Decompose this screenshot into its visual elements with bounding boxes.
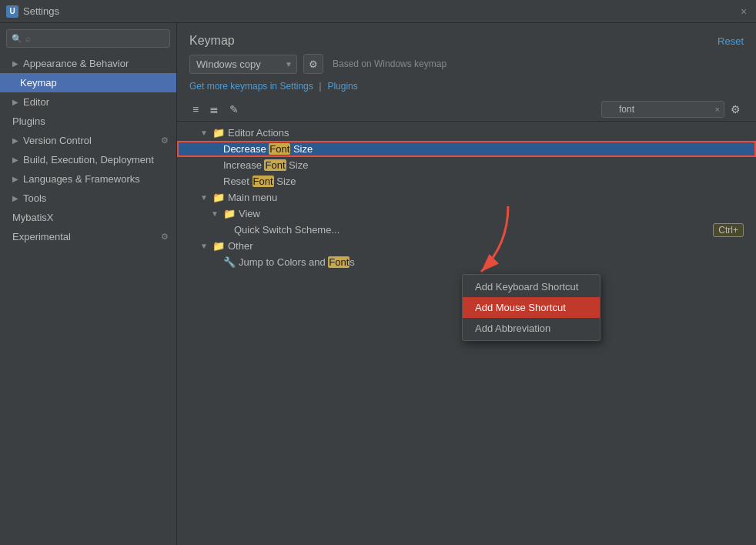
close-button[interactable]: ×: [738, 5, 750, 18]
pipe-separator: |: [319, 80, 321, 92]
tree-label-other: Other: [228, 240, 744, 252]
expand-arrow-build: ▶: [12, 155, 18, 164]
expand-all-button[interactable]: ≡: [189, 102, 202, 117]
search-tree-input[interactable]: [601, 101, 724, 118]
expand-icon-editor-actions: ▼: [200, 129, 211, 137]
expand-icon-view: ▼: [211, 209, 222, 218]
keymap-select[interactable]: Windows copy: [189, 55, 297, 74]
sidebar-search-box: 🔍: [6, 29, 170, 48]
tree-label-decrease-font: Decrease Font Size: [223, 143, 744, 155]
sidebar-item-label: Tools: [23, 192, 46, 204]
context-menu: Add Keyboard Shortcut Add Mouse Shortcut…: [462, 274, 600, 341]
keymap-header: Keymap Reset: [177, 23, 756, 54]
keymap-gear-button[interactable]: ⚙: [303, 54, 323, 74]
tree-item-quick-switch[interactable]: Quick Switch Scheme... Ctrl+: [177, 222, 756, 238]
expand-arrow-languages: ▶: [12, 175, 18, 183]
tree-label-view: View: [239, 208, 744, 219]
tree-item-jump-colors-fonts[interactable]: 🔧 Jump to Colors and Fonts: [177, 254, 756, 270]
sidebar-item-mybatisx[interactable]: MybatisX: [0, 208, 176, 227]
sidebar-item-versioncontrol[interactable]: ▶ Version Control ⚙: [0, 131, 176, 150]
tree-label-editor-actions: Editor Actions: [228, 127, 744, 139]
sidebar-search-icon: 🔍: [12, 34, 22, 44]
main-container: 🔍 ▶ Appearance & Behavior Keymap ▶ Edito…: [0, 23, 756, 545]
context-menu-item-add-mouse[interactable]: Add Mouse Shortcut: [463, 297, 600, 318]
sidebar-item-build[interactable]: ▶ Build, Execution, Deployment: [0, 150, 176, 169]
sidebar-item-tools[interactable]: ▶ Tools: [0, 189, 176, 208]
sidebar-item-label: Version Control: [23, 135, 92, 146]
tree-toolbar: ≡ ≣ ✎ 🔍 × ⚙: [177, 98, 756, 122]
tree-label-reset-font: Reset Font Size: [223, 176, 744, 187]
toolbar-left: ≡ ≣ ✎: [189, 102, 242, 117]
title-bar: U Settings ×: [0, 0, 756, 23]
sidebar-search-input[interactable]: [6, 29, 170, 48]
tree-item-editor-actions[interactable]: ▼ 📁 Editor Actions: [177, 125, 756, 141]
settings-icon-experimental: ⚙: [161, 232, 169, 242]
sidebar-item-label: Editor: [23, 96, 49, 108]
shortcut-badge-quick-switch: Ctrl+: [713, 223, 744, 237]
reset-button[interactable]: Reset: [718, 35, 744, 47]
search-clear-icon[interactable]: ×: [715, 105, 720, 114]
sidebar-item-label: Appearance & Behavior: [23, 58, 129, 69]
title-bar-left: U Settings: [6, 5, 59, 18]
keymap-controls: Windows copy ▼ ⚙ Based on Windows keymap: [177, 54, 756, 80]
expand-icon-other: ▼: [200, 242, 211, 250]
keymap-title: Keymap: [189, 34, 235, 48]
highlight-font-decrease: Font: [269, 143, 290, 155]
sidebar-item-plugins[interactable]: Plugins: [0, 112, 176, 131]
expand-arrow-versioncontrol: ▶: [12, 136, 18, 145]
sidebar-item-experimental[interactable]: Experimental ⚙: [0, 227, 176, 246]
sidebar-item-appearance[interactable]: ▶ Appearance & Behavior: [0, 54, 176, 73]
toolbar-right: 🔍 × ⚙: [601, 101, 744, 118]
tree-area: ▼ 📁 Editor Actions Decrease Font Size In…: [177, 122, 756, 545]
highlight-font-reset: Font: [253, 176, 274, 187]
tree-label-jump: Jump to Colors and Fonts: [239, 256, 744, 268]
get-more-link: Get more keymaps in Settings | Plugins: [177, 80, 756, 98]
tree-label-quick-switch: Quick Switch Scheme...: [234, 224, 713, 236]
sidebar-item-keymap[interactable]: Keymap: [0, 73, 176, 92]
keymap-select-wrapper: Windows copy ▼: [189, 55, 297, 74]
edit-button[interactable]: ✎: [226, 102, 242, 117]
folder-icon-editor-actions: 📁: [212, 127, 225, 139]
tree-label-main-menu: Main menu: [228, 192, 744, 203]
tree-item-increase-font[interactable]: Increase Font Size: [177, 157, 756, 173]
tree-item-view[interactable]: ▼ 📁 View: [177, 206, 756, 222]
expand-arrow-appearance: ▶: [12, 59, 18, 68]
settings-icon-versioncontrol: ⚙: [161, 135, 169, 145]
sidebar-item-editor[interactable]: ▶ Editor: [0, 92, 176, 112]
context-menu-item-add-abbreviation[interactable]: Add Abbreviation: [463, 318, 600, 339]
sidebar-item-label: MybatisX: [12, 212, 53, 223]
tree-item-main-menu[interactable]: ▼ 📁 Main menu: [177, 189, 756, 206]
tree-label-increase-font: Increase Font Size: [223, 159, 744, 171]
highlight-font-increase: Font: [264, 159, 286, 171]
keymap-content: Keymap Reset Windows copy ▼ ⚙ Based on W…: [177, 23, 756, 545]
get-more-settings-link[interactable]: Get more keymaps in Settings: [189, 81, 313, 92]
sidebar-item-label: Plugins: [12, 115, 45, 127]
folder-icon-view: 📁: [223, 208, 236, 219]
search-config-button[interactable]: ⚙: [728, 102, 744, 117]
collapse-all-button[interactable]: ≣: [206, 102, 222, 117]
shortcut-quick-switch: Ctrl+: [713, 225, 744, 236]
highlight-font-jump: Font: [328, 256, 350, 268]
tree-item-reset-font[interactable]: Reset Font Size: [177, 173, 756, 189]
search-tree-wrapper: 🔍 ×: [601, 101, 724, 118]
tree-item-decrease-font[interactable]: Decrease Font Size: [177, 141, 756, 157]
sidebar-item-label: Experimental: [12, 231, 71, 242]
sidebar-item-label: Languages & Frameworks: [23, 173, 140, 185]
tree-item-other[interactable]: ▼ 📁 Other: [177, 238, 756, 254]
app-icon: U: [6, 5, 18, 18]
expand-arrow-tools: ▶: [12, 194, 18, 202]
expand-arrow-editor: ▶: [12, 98, 18, 106]
wrench-icon-jump: 🔧: [223, 256, 236, 268]
folder-icon-main-menu: 📁: [212, 192, 225, 203]
context-menu-item-add-keyboard[interactable]: Add Keyboard Shortcut: [463, 276, 600, 297]
window-title: Settings: [23, 5, 59, 17]
plugins-link[interactable]: Plugins: [327, 81, 357, 92]
based-on-text: Based on Windows keymap: [333, 59, 447, 69]
expand-icon-main-menu: ▼: [200, 193, 211, 202]
sidebar-item-label: Build, Execution, Deployment: [23, 154, 154, 166]
sidebar-item-label: Keymap: [20, 77, 57, 89]
sidebar: 🔍 ▶ Appearance & Behavior Keymap ▶ Edito…: [0, 23, 177, 545]
sidebar-item-languages[interactable]: ▶ Languages & Frameworks: [0, 169, 176, 189]
folder-icon-other: 📁: [212, 240, 225, 252]
